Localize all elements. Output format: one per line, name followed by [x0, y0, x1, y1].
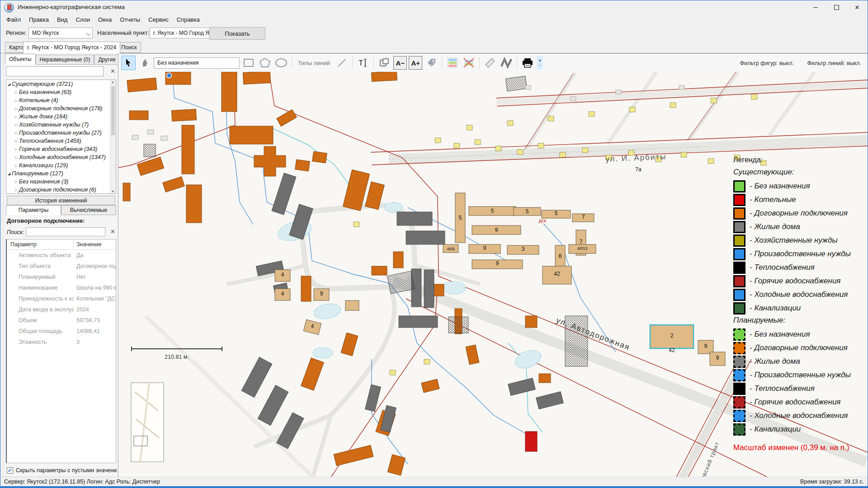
select-tool-button[interactable] [121, 56, 136, 70]
draw-ellipse-button[interactable] [274, 56, 288, 70]
legend-label: - Без назначения [750, 182, 810, 191]
tree-item[interactable]: ▷Жилые дома (164) [6, 113, 116, 121]
layers-button[interactable] [445, 56, 460, 70]
scale-bar [131, 348, 222, 349]
objects-subtab-0[interactable]: Объекты [5, 54, 36, 65]
legend-label: - Производственные нужды [750, 371, 851, 380]
history-button[interactable]: История изменений [7, 196, 115, 205]
region-select[interactable]: МО Якутск [28, 28, 93, 38]
font-decrease-button[interactable]: A− [393, 56, 407, 70]
clear-search-icon[interactable]: ✕ [110, 68, 115, 75]
tree-item[interactable]: ▷Котельные (4) [6, 96, 116, 104]
menu-4[interactable]: Окна [94, 15, 116, 24]
object-type-header: Договорное подключение: [7, 217, 85, 224]
building-number: 7 [582, 214, 585, 220]
param-row[interactable]: ПланируемыйНет [7, 272, 116, 282]
tree-item[interactable]: ▷Производственные нужды (27) [6, 129, 116, 137]
legend-label: - Холодные водоснабжения [750, 290, 848, 299]
clear-param-search-icon[interactable]: ✕ [110, 228, 115, 235]
objects-subtab-1[interactable]: Неразмещенные (0) [36, 55, 94, 65]
tree-item[interactable]: ▷Без назначения (63) [6, 88, 116, 96]
legend-swatch [733, 383, 745, 395]
building-number: 4 [281, 272, 284, 278]
tree-item[interactable]: ▷Без назначения (3) [6, 178, 116, 186]
settlement-label: Населенный пункт: [97, 29, 149, 36]
tab-city-2024[interactable]: г. Якутск - МО Город Якутск - 2024 [23, 42, 120, 53]
param-row[interactable]: Объем59734,73 [7, 315, 116, 326]
tree-group[interactable]: ◢Планируемые (127) [6, 169, 116, 178]
param-row[interactable]: Принадлежность к коКотельная "ДСК [7, 293, 116, 304]
pan-tool-button[interactable] [137, 56, 152, 70]
tab-search[interactable]: Поиск [117, 42, 141, 53]
param-row[interactable]: Дата ввода в эксплуат2024 [7, 304, 116, 315]
legend-item: - Производственные нужды [733, 368, 867, 382]
chevron-down-icon [86, 31, 90, 36]
draw-rectangle-button[interactable] [241, 56, 256, 70]
objects-search-input[interactable] [6, 66, 104, 76]
scroll-up-icon[interactable]: ▲ [111, 80, 114, 84]
param-row[interactable]: Тип объектаДоговорное под [7, 261, 116, 272]
print-button[interactable] [520, 56, 535, 70]
text-tool-button[interactable]: T [356, 56, 370, 70]
toolbar-overflow-button[interactable]: ▾– [537, 56, 543, 70]
measure-path-button[interactable] [499, 56, 514, 70]
param-row[interactable]: НаименованиеШкола на 990 м [7, 282, 116, 293]
tree-scrollbar[interactable]: ▲ ▼ [110, 80, 116, 193]
param-row[interactable]: Этажность3 [7, 337, 116, 347]
scrollbar-thumb[interactable] [111, 86, 115, 135]
legend-title: Легенда: [733, 156, 867, 164]
minimize-button[interactable] [805, 0, 826, 14]
menu-0[interactable]: Файл [2, 15, 25, 24]
copy-objects-button[interactable] [377, 56, 392, 70]
hide-empty-checkbox[interactable]: ✓ [7, 467, 13, 474]
measure-button[interactable] [483, 56, 497, 70]
legend-label: - Холодные водоснабжения [750, 411, 848, 420]
tree-item[interactable]: ▷Договорные подключения (6) [6, 186, 116, 194]
assignment-type-select[interactable]: Без назначения [154, 57, 240, 69]
menu-5[interactable]: Отчеты [116, 15, 144, 24]
refresh-labels-button[interactable] [424, 56, 439, 70]
param-tab-0[interactable]: Параметры [6, 205, 61, 215]
scroll-down-icon[interactable]: ▼ [111, 190, 114, 193]
tree-group[interactable]: ◢Существующие (3721) [6, 80, 116, 88]
legend-item: - Хозяйственные нужды [733, 234, 867, 247]
legend-swatch [733, 356, 745, 368]
menu-2[interactable]: Вид [53, 15, 72, 24]
tree-item[interactable]: ▷Теплоснабжения (1459) [6, 137, 116, 145]
param-tab-1[interactable]: Вычисляемые [61, 205, 116, 215]
menu-7[interactable]: Справка [173, 15, 204, 24]
text-cursor-icon: T [358, 58, 368, 68]
tree-item[interactable]: ▷Хозяйственные нужды (7) [6, 121, 116, 129]
tree-item[interactable]: ▷Договорные подключения (178) [6, 104, 116, 113]
objects-subtab-2[interactable]: Другие [94, 55, 119, 65]
param-row[interactable]: Активность объектаДа [7, 250, 116, 261]
menu-1[interactable]: Правка [25, 15, 53, 24]
hide-layers-button[interactable] [462, 56, 476, 70]
legend-swatch [733, 262, 745, 274]
title-bar: Инженерно-картографическая система ✕ [0, 0, 868, 14]
objects-tab-strip: ОбъектыНеразмещенные (0)Другие [5, 54, 120, 65]
param-row[interactable]: Общая площадь14086,41 [7, 326, 116, 337]
tree-item[interactable]: ▷Канализации (129) [6, 161, 116, 169]
server-status: Сервер: Якутск2 (172.16.11.85) Логин: Ад… [4, 479, 160, 485]
menu-6[interactable]: Сервис [144, 15, 173, 24]
close-icon: ✕ [855, 4, 860, 11]
draw-polygon-button[interactable] [258, 56, 272, 70]
close-button[interactable]: ✕ [847, 0, 868, 14]
draw-line-button[interactable] [335, 56, 349, 70]
ellipse-icon [275, 58, 288, 68]
legend-label: - Горячие водоснабжения [750, 398, 840, 407]
param-search-input[interactable] [26, 227, 105, 236]
building-number: 3 [522, 246, 525, 252]
overview-minimap[interactable] [131, 383, 164, 462]
window-title: Инженерно-картографическая система [18, 4, 125, 10]
legend-label: - Хозяйственные нужды [750, 236, 838, 245]
tree-item[interactable]: ▷Горячие водоснабжения (343) [6, 145, 116, 153]
tree-item[interactable]: ▷Холодные водоснабжения (1347) [6, 153, 116, 161]
show-button[interactable]: Показать [209, 27, 265, 40]
legend-label: - Производственные нужды [750, 249, 851, 258]
font-increase-button[interactable]: A+ [409, 56, 422, 70]
legend-swatch [733, 410, 745, 422]
maximize-button[interactable] [826, 0, 847, 14]
menu-3[interactable]: Слои [71, 15, 94, 24]
